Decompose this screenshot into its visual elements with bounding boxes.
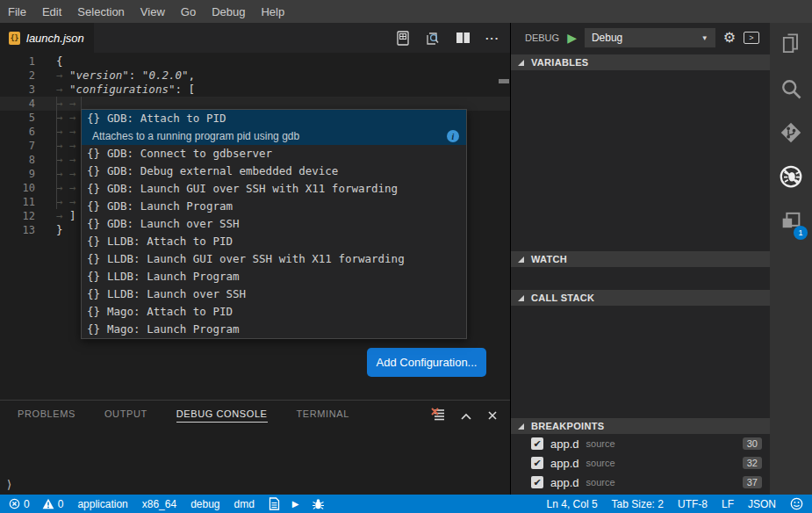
suggest-item[interactable]: {}GDB: Debug external embedded device: [82, 163, 466, 180]
json-file-icon: {}: [9, 32, 20, 45]
debug-console-toggle-icon[interactable]: >: [744, 32, 759, 44]
suggest-item[interactable]: {}GDB: Launch over SSH: [82, 215, 466, 233]
tab-output[interactable]: OUTPUT: [104, 408, 147, 423]
menu-help[interactable]: Help: [253, 5, 292, 18]
suggest-label: LLDB: Launch GUI over SSH with X11 forwa…: [107, 250, 405, 268]
section-watch[interactable]: WATCH: [511, 251, 770, 267]
suggest-item[interactable]: {}LLDB: Attach to PID: [82, 233, 466, 250]
section-title: WATCH: [531, 254, 567, 264]
status-build-type[interactable]: debug: [190, 498, 219, 510]
tab-size[interactable]: Tab Size: 2: [612, 498, 664, 510]
section-variables[interactable]: VARIABLES: [511, 54, 770, 70]
status-application[interactable]: application: [77, 498, 127, 510]
vscode-window: File Edit Selection View Go Debug Help {…: [0, 0, 812, 513]
problems-status[interactable]: 0 0: [9, 498, 63, 510]
snippet-kind-icon: {}: [87, 250, 107, 268]
eol-sequence[interactable]: LF: [722, 498, 734, 510]
suggest-item[interactable]: {}LLDB: Launch Program: [82, 268, 466, 285]
code-line[interactable]: 1 {: [0, 54, 510, 69]
menu-bar: File Edit Selection View Go Debug Help: [0, 0, 812, 23]
line-number[interactable]: 12: [0, 209, 35, 223]
breakpoint-checkbox[interactable]: ✔: [531, 476, 543, 488]
snippet-kind-icon: {}: [87, 285, 107, 303]
tab-debug-console[interactable]: DEBUG CONSOLE: [176, 408, 268, 423]
line-number[interactable]: 7: [0, 139, 35, 153]
suggest-item[interactable]: {}GDB: Launch Program: [82, 198, 466, 215]
document-grid-icon[interactable]: [396, 31, 410, 46]
bug-icon[interactable]: [312, 498, 325, 510]
line-number[interactable]: 2: [0, 69, 35, 83]
breakpoint-row[interactable]: ✔ app.d source 30: [511, 434, 770, 453]
line-number[interactable]: 11: [0, 195, 35, 209]
menu-view[interactable]: View: [133, 5, 173, 18]
console-input-prompt[interactable]: ⟩: [7, 478, 11, 491]
debug-config-select[interactable]: Debug ▼: [585, 28, 715, 47]
line-number[interactable]: 3: [0, 83, 35, 97]
suggest-item[interactable]: {}GDB: Launch GUI over SSH with X11 forw…: [82, 180, 466, 198]
breakpoint-file: app.d: [550, 457, 579, 470]
breakpoint-checkbox[interactable]: ✔: [531, 437, 543, 450]
tab-label: launch.json: [26, 32, 84, 45]
search-icon[interactable]: [770, 67, 812, 111]
encoding[interactable]: UTF-8: [678, 498, 708, 510]
clear-console-icon[interactable]: [431, 408, 445, 424]
more-actions-icon[interactable]: ···: [485, 32, 499, 45]
line-number[interactable]: 4: [0, 97, 35, 111]
preview-search-icon[interactable]: [425, 31, 441, 46]
suggest-item[interactable]: {}LLDB: Launch over SSH: [82, 285, 466, 303]
status-compiler[interactable]: dmd: [234, 498, 255, 510]
close-panel-icon[interactable]: [487, 408, 498, 424]
split-editor-icon[interactable]: [456, 32, 471, 44]
source-control-icon[interactable]: [770, 111, 812, 155]
line-number[interactable]: 9: [0, 167, 35, 181]
line-number[interactable]: 8: [0, 153, 35, 167]
line-number[interactable]: 6: [0, 125, 35, 139]
warning-icon: [42, 498, 54, 509]
menu-selection[interactable]: Selection: [69, 5, 132, 18]
configure-gear-icon[interactable]: ⚙: [723, 31, 736, 45]
maximize-panel-icon[interactable]: [460, 408, 472, 424]
menu-debug[interactable]: Debug: [204, 5, 253, 18]
section-title: VARIABLES: [531, 57, 588, 68]
tab-launch-json[interactable]: {} launch.json: [0, 23, 94, 53]
code-line[interactable]: 3 → "configurations": [: [0, 83, 510, 97]
menu-edit[interactable]: Edit: [34, 5, 69, 18]
explorer-icon[interactable]: [770, 23, 812, 67]
language-mode[interactable]: JSON: [748, 498, 776, 510]
project-file-icon[interactable]: [269, 497, 280, 510]
suggest-item[interactable]: {}Mago: Launch Program: [82, 321, 466, 338]
breakpoint-row[interactable]: ✔ app.d source 37: [511, 473, 770, 492]
section-breakpoints[interactable]: BREAKPOINTS: [511, 418, 770, 434]
status-arch[interactable]: x86_64: [142, 498, 176, 510]
info-icon[interactable]: i: [447, 130, 459, 142]
code-line[interactable]: 2 → "version": "0.2.0",: [0, 69, 510, 83]
suggest-item[interactable]: {}Mago: Attach to PID: [82, 303, 466, 321]
suggest-label: GDB: Debug external embedded device: [107, 163, 338, 180]
start-debug-icon[interactable]: ▶: [567, 32, 577, 44]
menu-go[interactable]: Go: [173, 5, 204, 18]
cursor-position[interactable]: Ln 4, Col 5: [547, 498, 598, 510]
suggest-item[interactable]: {}GDB: Connect to gdbserver: [82, 145, 466, 163]
line-number[interactable]: 5: [0, 111, 35, 125]
tab-terminal[interactable]: TERMINAL: [297, 408, 349, 423]
breakpoint-type: source: [586, 438, 615, 449]
suggest-item-selected[interactable]: {} GDB: Attach to PID Attaches to a runn…: [82, 110, 466, 145]
breakpoint-checkbox[interactable]: ✔: [531, 457, 543, 469]
add-configuration-button[interactable]: Add Configuration...: [367, 348, 486, 377]
breakpoint-row[interactable]: ✔ app.d source 32: [511, 453, 770, 473]
code-editor[interactable]: 1 { 2 → "version": "0.2.0", 3 → "configu…: [0, 53, 510, 400]
line-number[interactable]: 10: [0, 181, 35, 195]
bottom-panel: PROBLEMS OUTPUT DEBUG CONSOLE TERMINAL: [0, 400, 510, 495]
run-project-icon[interactable]: ▶: [292, 499, 299, 509]
debug-icon[interactable]: [770, 155, 812, 199]
section-call-stack[interactable]: CALL STACK: [511, 290, 770, 306]
line-number[interactable]: 1: [0, 54, 35, 69]
debug-title: DEBUG: [525, 33, 559, 43]
feedback-smiley-icon[interactable]: [790, 497, 803, 510]
suggest-item[interactable]: {}LLDB: Launch GUI over SSH with X11 for…: [82, 250, 466, 268]
extensions-icon[interactable]: 1: [770, 199, 812, 242]
line-number[interactable]: 13: [0, 223, 35, 237]
section-title: BREAKPOINTS: [531, 421, 604, 431]
tab-problems[interactable]: PROBLEMS: [18, 408, 75, 423]
menu-file[interactable]: File: [0, 5, 34, 18]
